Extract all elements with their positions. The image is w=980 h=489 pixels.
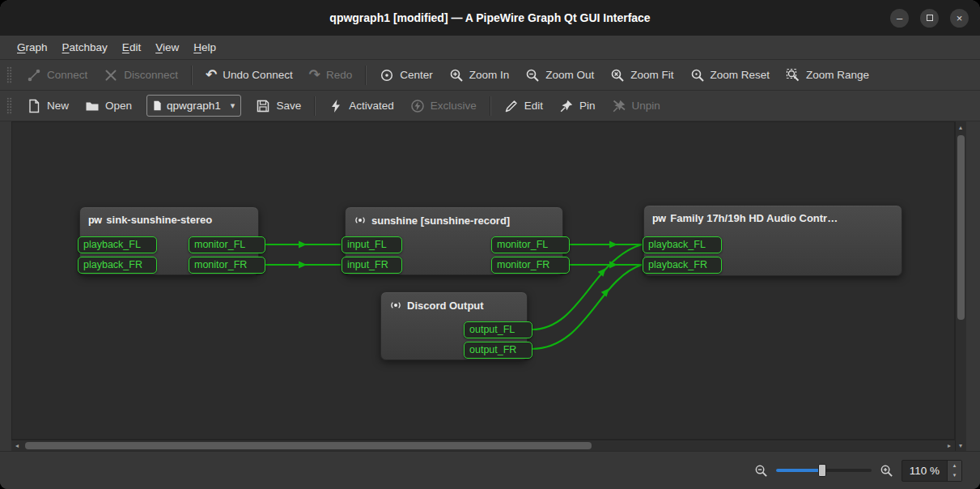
window-title: qpwgraph1 [modified] — A PipeWire Graph …: [329, 11, 650, 24]
vertical-scroll-thumb[interactable]: [957, 135, 965, 320]
menubar: Graph Patchbay Edit View Help: [0, 36, 980, 60]
wire-arrow-icon: [299, 241, 307, 249]
save-button[interactable]: Save: [248, 94, 309, 118]
port-playback-fr[interactable]: playback_FR: [78, 257, 157, 274]
scroll-right-arrow[interactable]: ▸: [944, 440, 955, 451]
undo-icon: ↶: [206, 68, 217, 82]
undo-connect-button[interactable]: ↶ Undo Connect: [197, 63, 301, 87]
menu-edit[interactable]: Edit: [115, 36, 148, 59]
port-input-fl[interactable]: input_FL: [342, 236, 402, 253]
window-controls: – ×: [890, 0, 969, 36]
wire-arrow-icon: [299, 262, 307, 269]
toolbar-separator: [191, 66, 193, 85]
horizontal-scrollbar[interactable]: ◂ ▸: [11, 440, 955, 451]
unpin-button[interactable]: Unpin: [604, 94, 668, 118]
maximize-button[interactable]: [920, 9, 939, 28]
activated-toggle[interactable]: Activated: [320, 94, 402, 118]
exclusive-toggle[interactable]: Exclusive: [402, 94, 485, 118]
zoom-out-button[interactable]: Zoom Out: [517, 63, 602, 87]
zoom-value: 110 %: [902, 461, 947, 481]
zoom-slider-fill: [776, 469, 821, 472]
zoom-out-status-icon[interactable]: [754, 464, 768, 478]
port-monitor-fr[interactable]: monitor_FR: [189, 257, 265, 274]
new-file-icon: [27, 99, 41, 113]
port-playback-fl[interactable]: playback_FL: [78, 236, 157, 253]
node-family-hd-audio[interactable]: pw Family 17h/19h HD Audio Contr… playba…: [643, 205, 902, 276]
pipewire-icon: pw: [88, 215, 101, 226]
zoom-slider[interactable]: [776, 463, 872, 478]
scroll-down-arrow[interactable]: ▾: [955, 440, 966, 451]
node-title: Family 17h/19h HD Audio Contr…: [670, 212, 838, 224]
zoom-fit-button[interactable]: Zoom Fit: [602, 63, 681, 87]
port-playback-fl[interactable]: playback_FL: [643, 236, 722, 253]
center-button[interactable]: Center: [371, 63, 441, 87]
save-icon: [256, 99, 270, 113]
titlebar[interactable]: qpwgraph1 [modified] — A PipeWire Graph …: [0, 0, 980, 36]
node-sunshine[interactable]: sunshine [sunshine-record] input_FL inpu…: [345, 206, 563, 275]
node-title: sink-sunshine-stereo: [106, 214, 212, 226]
connection-wire[interactable]: [532, 265, 642, 349]
port-monitor-fl[interactable]: monitor_FL: [491, 236, 570, 253]
toolbar-separator: [314, 96, 316, 116]
zoom-out-icon: [525, 68, 540, 83]
pin-button[interactable]: Pin: [551, 94, 604, 118]
patchbay-select[interactable]: qpwgraph1 ▾: [146, 95, 241, 117]
exclusive-bolt-icon: [410, 99, 425, 113]
statusbar: 110 % ▴ ▾: [0, 451, 980, 489]
toolbar-grip[interactable]: [6, 97, 12, 115]
port-output-fl[interactable]: output_FL: [464, 321, 532, 338]
toolbar-separator: [365, 66, 367, 85]
chevron-down-icon: ▾: [231, 100, 235, 111]
edit-pencil-icon: [504, 99, 519, 113]
minimize-button[interactable]: –: [890, 9, 909, 28]
patchbay-toolbar: New Open qpwgraph1 ▾ Save Ac: [0, 91, 980, 121]
new-button[interactable]: New: [19, 94, 77, 118]
pipewire-icon: pw: [652, 213, 665, 224]
port-monitor-fr[interactable]: monitor_FR: [491, 257, 570, 274]
redo-button[interactable]: ↷ Redo: [301, 63, 361, 87]
spin-down-icon[interactable]: ▾: [948, 470, 961, 481]
node-title: Discord Output: [407, 300, 484, 312]
open-folder-icon: [85, 99, 100, 113]
zoom-in-button[interactable]: Zoom In: [441, 63, 518, 87]
port-input-fr[interactable]: input_FR: [342, 257, 402, 274]
horizontal-scroll-thumb[interactable]: [25, 442, 592, 449]
graph-toolbar: Connect Disconnect ↶ Undo Connect ↷ Redo…: [0, 60, 980, 91]
menu-patchbay[interactable]: Patchbay: [55, 36, 115, 59]
node-title: sunshine [sunshine-record]: [371, 215, 510, 227]
disconnect-button[interactable]: Disconnect: [95, 63, 186, 87]
graph-canvas[interactable]: pw sink-sunshine-stereo playback_FL play…: [11, 121, 955, 440]
menu-view[interactable]: View: [148, 36, 186, 59]
disconnect-icon: [104, 68, 118, 83]
zoom-spinbox[interactable]: 110 % ▴ ▾: [902, 460, 962, 482]
vertical-scrollbar[interactable]: ▴ ▾: [955, 121, 966, 451]
speaker-icon: [354, 214, 367, 227]
zoom-in-icon: [449, 68, 464, 83]
maximize-icon: [927, 15, 933, 21]
node-header: pw Family 17h/19h HD Audio Contr…: [644, 206, 902, 224]
close-button[interactable]: ×: [950, 9, 969, 28]
edit-toggle[interactable]: Edit: [496, 94, 551, 118]
zoom-reset-button[interactable]: Zoom Reset: [682, 63, 778, 87]
menu-graph[interactable]: Graph: [10, 36, 55, 59]
minimize-icon: –: [897, 13, 902, 23]
menu-help[interactable]: Help: [186, 36, 223, 59]
zoom-slider-handle[interactable]: [818, 464, 826, 477]
connect-button[interactable]: Connect: [19, 63, 95, 87]
scroll-up-arrow[interactable]: ▴: [955, 121, 966, 133]
zoom-range-button[interactable]: Zoom Range: [778, 63, 877, 87]
patchbay-select-value: qpwgraph1: [167, 100, 221, 112]
zoom-in-status-icon[interactable]: [880, 464, 893, 478]
scroll-left-arrow[interactable]: ◂: [11, 440, 23, 451]
open-button[interactable]: Open: [77, 94, 140, 118]
zoom-fit-icon: [610, 68, 625, 83]
wire-arrow-icon: [609, 241, 617, 249]
toolbar-grip[interactable]: [6, 66, 12, 84]
node-discord-output[interactable]: Discord Output output_FL output_FR: [380, 291, 528, 360]
node-sink-sunshine-stereo[interactable]: pw sink-sunshine-stereo playback_FL play…: [79, 206, 259, 275]
port-monitor-fl[interactable]: monitor_FL: [189, 236, 265, 253]
port-playback-fr[interactable]: playback_FR: [643, 257, 722, 274]
spin-up-icon[interactable]: ▴: [948, 461, 961, 471]
zoom-range-icon: [786, 68, 800, 83]
port-output-fr[interactable]: output_FR: [464, 342, 532, 359]
